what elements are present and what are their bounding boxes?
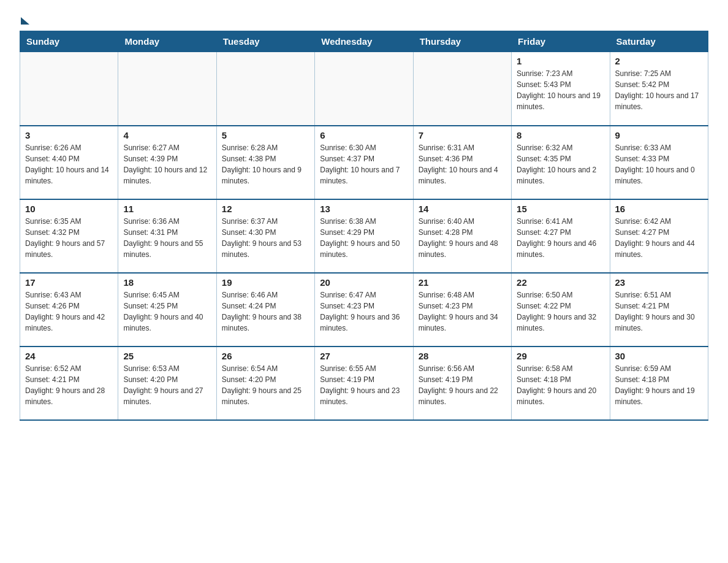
- calendar-cell: 7Sunrise: 6:31 AM Sunset: 4:36 PM Daylig…: [413, 126, 511, 199]
- calendar-cell: [20, 52, 118, 126]
- calendar-cell: 15Sunrise: 6:41 AM Sunset: 4:27 PM Dayli…: [512, 199, 610, 273]
- calendar-cell: [216, 52, 314, 126]
- calendar-cell: 30Sunrise: 6:59 AM Sunset: 4:18 PM Dayli…: [610, 347, 708, 420]
- day-number: 19: [222, 277, 309, 288]
- day-number: 21: [419, 277, 506, 288]
- day-info: Sunrise: 6:40 AM Sunset: 4:28 PM Dayligh…: [419, 216, 506, 260]
- calendar-cell: 24Sunrise: 6:52 AM Sunset: 4:21 PM Dayli…: [20, 347, 118, 420]
- calendar-week-row: 3Sunrise: 6:26 AM Sunset: 4:40 PM Daylig…: [20, 126, 708, 199]
- calendar-cell: 12Sunrise: 6:37 AM Sunset: 4:30 PM Dayli…: [216, 199, 314, 273]
- day-number: 2: [615, 56, 703, 66]
- calendar-cell: 29Sunrise: 6:58 AM Sunset: 4:18 PM Dayli…: [512, 347, 610, 420]
- calendar-cell: 11Sunrise: 6:36 AM Sunset: 4:31 PM Dayli…: [118, 199, 216, 273]
- day-number: 26: [222, 351, 309, 361]
- calendar-cell: 16Sunrise: 6:42 AM Sunset: 4:27 PM Dayli…: [610, 199, 708, 273]
- day-info: Sunrise: 6:47 AM Sunset: 4:23 PM Dayligh…: [320, 289, 408, 334]
- calendar-cell: 14Sunrise: 6:40 AM Sunset: 4:28 PM Dayli…: [413, 199, 511, 273]
- day-number: 17: [25, 277, 113, 288]
- day-info: Sunrise: 6:46 AM Sunset: 4:24 PM Dayligh…: [222, 289, 309, 334]
- day-number: 29: [517, 351, 604, 361]
- day-number: 6: [320, 130, 408, 140]
- day-info: Sunrise: 6:37 AM Sunset: 4:30 PM Dayligh…: [222, 216, 309, 260]
- day-info: Sunrise: 6:59 AM Sunset: 4:18 PM Dayligh…: [615, 363, 703, 407]
- day-of-week-header: Friday: [512, 31, 610, 52]
- day-info: Sunrise: 6:58 AM Sunset: 4:18 PM Dayligh…: [517, 363, 604, 407]
- day-number: 5: [222, 130, 309, 140]
- day-info: Sunrise: 6:48 AM Sunset: 4:23 PM Dayligh…: [419, 289, 506, 334]
- day-info: Sunrise: 6:27 AM Sunset: 4:39 PM Dayligh…: [123, 142, 211, 186]
- day-info: Sunrise: 6:35 AM Sunset: 4:32 PM Dayligh…: [25, 216, 113, 260]
- calendar-cell: 28Sunrise: 6:56 AM Sunset: 4:19 PM Dayli…: [413, 347, 511, 420]
- day-number: 11: [123, 204, 211, 214]
- day-of-week-header: Sunday: [20, 31, 118, 52]
- day-info: Sunrise: 6:53 AM Sunset: 4:20 PM Dayligh…: [123, 363, 211, 407]
- page-header: [20, 15, 708, 23]
- calendar-cell: 10Sunrise: 6:35 AM Sunset: 4:32 PM Dayli…: [20, 199, 118, 273]
- calendar-cell: 8Sunrise: 6:32 AM Sunset: 4:35 PM Daylig…: [512, 126, 610, 199]
- calendar-cell: [118, 52, 216, 126]
- day-info: Sunrise: 6:32 AM Sunset: 4:35 PM Dayligh…: [517, 142, 604, 186]
- calendar-cell: 13Sunrise: 6:38 AM Sunset: 4:29 PM Dayli…: [315, 199, 413, 273]
- calendar-cell: 2Sunrise: 7:25 AM Sunset: 5:42 PM Daylig…: [610, 52, 708, 126]
- day-info: Sunrise: 6:26 AM Sunset: 4:40 PM Dayligh…: [25, 142, 113, 186]
- calendar-cell: [315, 52, 413, 126]
- calendar-cell: 20Sunrise: 6:47 AM Sunset: 4:23 PM Dayli…: [315, 273, 413, 347]
- day-number: 9: [615, 130, 703, 140]
- day-info: Sunrise: 6:52 AM Sunset: 4:21 PM Dayligh…: [25, 363, 113, 407]
- day-of-week-header: Tuesday: [216, 31, 314, 52]
- calendar-cell: 4Sunrise: 6:27 AM Sunset: 4:39 PM Daylig…: [118, 126, 216, 199]
- day-number: 4: [123, 130, 211, 140]
- day-number: 25: [123, 351, 211, 361]
- day-of-week-header: Wednesday: [315, 31, 413, 52]
- day-number: 13: [320, 204, 408, 214]
- day-number: 22: [517, 277, 604, 288]
- logo: [20, 15, 29, 23]
- days-of-week-row: SundayMondayTuesdayWednesdayThursdayFrid…: [20, 31, 708, 52]
- day-info: Sunrise: 7:25 AM Sunset: 5:42 PM Dayligh…: [615, 68, 703, 112]
- calendar-week-row: 10Sunrise: 6:35 AM Sunset: 4:32 PM Dayli…: [20, 199, 708, 273]
- day-number: 10: [25, 204, 113, 214]
- day-info: Sunrise: 6:31 AM Sunset: 4:36 PM Dayligh…: [419, 142, 506, 186]
- calendar-cell: 18Sunrise: 6:45 AM Sunset: 4:25 PM Dayli…: [118, 273, 216, 347]
- day-number: 12: [222, 204, 309, 214]
- calendar-body: 1Sunrise: 7:23 AM Sunset: 5:43 PM Daylig…: [20, 52, 708, 420]
- day-info: Sunrise: 6:38 AM Sunset: 4:29 PM Dayligh…: [320, 216, 408, 260]
- calendar-cell: 27Sunrise: 6:55 AM Sunset: 4:19 PM Dayli…: [315, 347, 413, 420]
- day-number: 20: [320, 277, 408, 288]
- day-info: Sunrise: 6:45 AM Sunset: 4:25 PM Dayligh…: [123, 289, 211, 334]
- calendar-week-row: 24Sunrise: 6:52 AM Sunset: 4:21 PM Dayli…: [20, 347, 708, 420]
- day-info: Sunrise: 6:42 AM Sunset: 4:27 PM Dayligh…: [615, 216, 703, 260]
- calendar-week-row: 1Sunrise: 7:23 AM Sunset: 5:43 PM Daylig…: [20, 52, 708, 126]
- day-info: Sunrise: 6:55 AM Sunset: 4:19 PM Dayligh…: [320, 363, 408, 407]
- day-number: 14: [419, 204, 506, 214]
- calendar-cell: 3Sunrise: 6:26 AM Sunset: 4:40 PM Daylig…: [20, 126, 118, 199]
- day-number: 18: [123, 277, 211, 288]
- day-number: 8: [517, 130, 604, 140]
- calendar-cell: 17Sunrise: 6:43 AM Sunset: 4:26 PM Dayli…: [20, 273, 118, 347]
- calendar-cell: [413, 52, 511, 126]
- logo-arrow-icon: [21, 17, 29, 25]
- calendar-table: SundayMondayTuesdayWednesdayThursdayFrid…: [20, 31, 708, 421]
- day-number: 23: [615, 277, 703, 288]
- calendar-cell: 21Sunrise: 6:48 AM Sunset: 4:23 PM Dayli…: [413, 273, 511, 347]
- day-info: Sunrise: 6:56 AM Sunset: 4:19 PM Dayligh…: [419, 363, 506, 407]
- calendar-cell: 5Sunrise: 6:28 AM Sunset: 4:38 PM Daylig…: [216, 126, 314, 199]
- day-info: Sunrise: 6:41 AM Sunset: 4:27 PM Dayligh…: [517, 216, 604, 260]
- day-info: Sunrise: 6:51 AM Sunset: 4:21 PM Dayligh…: [615, 289, 703, 334]
- day-number: 16: [615, 204, 703, 214]
- day-number: 3: [25, 130, 113, 140]
- calendar-cell: 25Sunrise: 6:53 AM Sunset: 4:20 PM Dayli…: [118, 347, 216, 420]
- calendar-cell: 26Sunrise: 6:54 AM Sunset: 4:20 PM Dayli…: [216, 347, 314, 420]
- day-number: 28: [419, 351, 506, 361]
- day-info: Sunrise: 6:30 AM Sunset: 4:37 PM Dayligh…: [320, 142, 408, 186]
- day-number: 30: [615, 351, 703, 361]
- calendar-cell: 23Sunrise: 6:51 AM Sunset: 4:21 PM Dayli…: [610, 273, 708, 347]
- day-number: 24: [25, 351, 113, 361]
- day-info: Sunrise: 6:43 AM Sunset: 4:26 PM Dayligh…: [25, 289, 113, 334]
- day-of-week-header: Monday: [118, 31, 216, 52]
- day-of-week-header: Saturday: [610, 31, 708, 52]
- calendar-cell: 1Sunrise: 7:23 AM Sunset: 5:43 PM Daylig…: [512, 52, 610, 126]
- day-number: 15: [517, 204, 604, 214]
- day-number: 1: [517, 56, 604, 66]
- day-number: 27: [320, 351, 408, 361]
